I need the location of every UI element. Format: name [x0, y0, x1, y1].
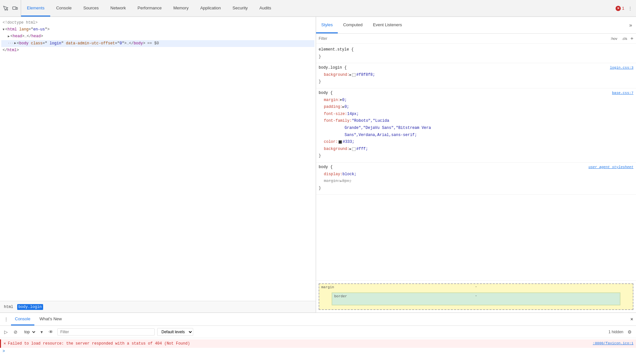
css-prop-font-family-cont2: Sans",Verdana,Arial,sans-serif;	[319, 132, 633, 139]
dom-head[interactable]: <head> … </head>	[1, 33, 314, 40]
toolbar-right: ✕ 1 ⋮	[616, 5, 636, 12]
console-panel: ⋮ Console What's New ✕ ▷ ⊘ top ▾ 👁 Defau…	[0, 313, 636, 364]
box-model-inner: border -	[332, 292, 620, 305]
tab-application[interactable]: Application	[194, 0, 227, 17]
hov-button[interactable]: :hov	[609, 36, 618, 41]
border-label: border	[334, 294, 347, 298]
css-prop-font-size: font-size: 14px;	[319, 111, 633, 118]
css-selector-body-login[interactable]: body.login { login.css:3	[319, 64, 633, 72]
console-messages: ✕ Failed to load resource: the server re…	[0, 338, 636, 364]
eye-icon[interactable]: 👁	[47, 328, 55, 336]
css-prop-font-family-cont1: Grande","DejaVu Sans","Bitstream Vera	[319, 125, 633, 132]
breadcrumb-body-login[interactable]: body.login	[17, 304, 43, 310]
console-context-select[interactable]: top	[22, 329, 36, 335]
css-prop-margin-useragent: margin: ▶ 8px;	[319, 178, 633, 185]
error-badge: ✕ 1	[616, 6, 624, 11]
svg-rect-1	[16, 7, 18, 9]
console-filter-input[interactable]	[57, 328, 155, 336]
console-error-message: ✕ Failed to load resource: the server re…	[0, 339, 636, 348]
clear-console-icon[interactable]: ⊘	[12, 328, 19, 336]
background-swatch[interactable]	[352, 73, 356, 77]
styles-filter-bar: :hov .cls +	[316, 34, 636, 44]
tab-console[interactable]: Console	[50, 0, 77, 17]
css-selector-body-useragent[interactable]: body { user agent stylesheet	[319, 164, 633, 171]
html-expand-icon[interactable]	[3, 27, 5, 32]
background-expand-icon[interactable]: ▶	[349, 72, 351, 78]
tab-network[interactable]: Network	[105, 0, 132, 17]
color-swatch-dark[interactable]	[338, 140, 342, 144]
background-base-expand-icon[interactable]: ▶	[349, 146, 351, 152]
console-input[interactable]	[7, 349, 633, 354]
css-rule-body-useragent: body { user agent stylesheet display: bl…	[316, 163, 636, 195]
console-error-icon: ✕	[4, 341, 6, 347]
border-top-value: -	[475, 294, 477, 298]
css-rule-body-login: body.login { login.css:3 background: ▶ #…	[316, 63, 636, 88]
styles-filter-input[interactable]	[319, 36, 607, 41]
tab-styles[interactable]: Styles	[316, 17, 338, 33]
close-console-icon[interactable]: ✕	[630, 317, 633, 322]
tab-security[interactable]: Security	[227, 0, 253, 17]
css-source-useragent: user agent stylesheet	[588, 164, 633, 171]
margin-label: margin	[321, 285, 334, 289]
elements-panel: <!doctype html> <html lang="en-us" > <he…	[0, 17, 316, 313]
box-model-outer: margin - border -	[319, 283, 633, 310]
close-icon[interactable]: ✕	[616, 6, 621, 11]
box-model-section: margin - border -	[316, 280, 636, 313]
main-tabs-bar: Elements Console Sources Network Perform…	[21, 0, 277, 17]
css-source-login[interactable]: login.css:3	[610, 65, 633, 71]
device-toolbar-icon[interactable]	[12, 5, 18, 12]
css-source-base[interactable]: base.css:7	[612, 90, 633, 97]
css-rule-body-base: body { base.css:7 margin: ▶ 0; padding: …	[316, 88, 636, 163]
tab-audits[interactable]: Audits	[253, 0, 277, 17]
background-swatch-white[interactable]	[352, 147, 356, 151]
run-script-icon[interactable]: ▷	[3, 328, 9, 336]
margin-top-value: -	[475, 285, 477, 289]
dom-tree: <!doctype html> <html lang="en-us" > <he…	[0, 17, 316, 301]
error-count: 1	[622, 6, 624, 11]
styles-panel: Styles Computed Event Listeners » :hov .…	[316, 17, 636, 313]
add-style-icon[interactable]: +	[630, 36, 633, 41]
tab-console-bottom[interactable]: Console	[11, 313, 34, 325]
dom-dots: ···	[8, 41, 14, 46]
tab-performance[interactable]: Performance	[132, 0, 167, 17]
tab-elements[interactable]: Elements	[21, 0, 50, 17]
body-expand-icon[interactable]	[14, 41, 16, 46]
css-selector-body-base[interactable]: body { base.css:7	[319, 90, 633, 97]
doctype-text: <!doctype html>	[3, 20, 38, 26]
cls-button[interactable]: .cls	[620, 36, 629, 41]
css-prop-display: display: block;	[319, 171, 633, 178]
css-prop-background-base: background: ▶ #fff;	[319, 146, 633, 153]
right-tabs-bar: Styles Computed Event Listeners »	[316, 17, 636, 34]
svg-rect-0	[13, 7, 16, 9]
more-tabs-icon[interactable]: »	[625, 17, 636, 33]
dollar-sign: == $0	[145, 40, 159, 47]
console-tabs-bar: ⋮ Console What's New ✕	[0, 313, 636, 326]
breadcrumb-html[interactable]: html	[3, 304, 15, 310]
dom-body[interactable]: ··· <body class=" login" data-admin-utc-…	[1, 40, 314, 47]
tab-memory[interactable]: Memory	[168, 0, 194, 17]
inspect-icon[interactable]	[3, 5, 9, 12]
console-menu-icon[interactable]: ⋮	[3, 315, 10, 323]
css-prop-padding: padding: ▶ 0;	[319, 104, 633, 111]
console-settings-icon[interactable]: ⚙	[626, 328, 633, 336]
console-levels-select[interactable]: Default levels	[157, 328, 193, 336]
dom-html-close: </html>	[1, 47, 314, 54]
console-prompt-icon: >	[3, 349, 5, 354]
css-prop-background-login: background: ▶ #f8f8f8;	[319, 72, 633, 79]
console-message-text: Failed to load resource: the server resp…	[8, 341, 591, 347]
dom-html-open[interactable]: <html lang="en-us" >	[1, 26, 314, 33]
more-options-icon[interactable]: ⋮	[627, 5, 633, 12]
css-rule-element-style: element.style { }	[316, 45, 636, 63]
console-input-line: >	[0, 348, 636, 355]
console-message-source[interactable]: :8000/favicon.ico:1	[593, 341, 633, 346]
tab-event-listeners[interactable]: Event Listeners	[368, 17, 407, 33]
css-selector-element-style[interactable]: element.style {	[319, 46, 633, 53]
toolbar-icons	[0, 0, 21, 17]
head-expand-icon[interactable]	[8, 34, 10, 39]
tab-computed[interactable]: Computed	[338, 17, 368, 33]
tab-sources[interactable]: Sources	[77, 0, 105, 17]
context-dropdown-icon[interactable]: ▾	[39, 328, 44, 336]
devtools-toolbar: Elements Console Sources Network Perform…	[0, 0, 636, 17]
tab-whats-new[interactable]: What's New	[36, 313, 66, 325]
styles-content: element.style { } body.login { login.css…	[316, 44, 636, 280]
